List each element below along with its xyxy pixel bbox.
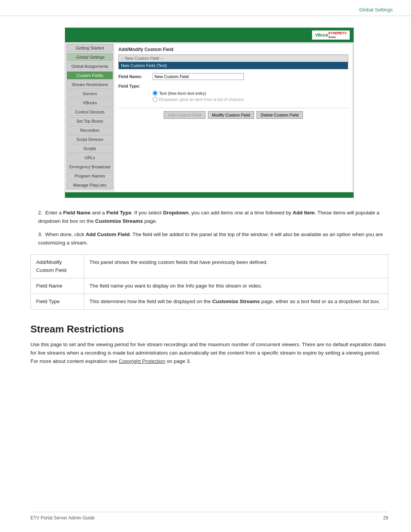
section-heading-stream-restrictions: Stream Restrictions	[30, 323, 388, 335]
table-cell-term-3: Field Type	[31, 294, 84, 310]
page-header: Global Settings	[0, 0, 411, 16]
sidebar-item-getting-started[interactable]: Getting Started	[67, 44, 113, 52]
admin-footer	[65, 192, 354, 198]
section-body-stream-restrictions: Use this page to set and the viewing per…	[30, 340, 388, 365]
field-name-input[interactable]	[153, 73, 244, 80]
table-cell-term-1: Add/ModifyCustom Field	[31, 255, 84, 278]
header-title: Global Settings	[359, 7, 393, 13]
sidebar-item-custom-fields[interactable]: Custom Fields	[67, 71, 113, 80]
main-content: VBrickETHERETVSuite Getting Started -Glo…	[0, 16, 411, 388]
field-type-label: Field Type:	[118, 84, 153, 88]
admin-body: Getting Started -Global Settings Global …	[65, 42, 354, 192]
modify-custom-field-button[interactable]: Modify Custom Field	[208, 111, 254, 119]
etv-brand: ETHERETVSuite	[328, 31, 347, 39]
list-item-3: 3. When done, click Add Custom Field. Th…	[38, 230, 388, 247]
table-cell-def-1: This panel shows the existing custom fie…	[84, 255, 388, 278]
radio-dropdown-label: Dropdown (pick an item from a list of ch…	[159, 97, 244, 102]
sidebar-item-set-top-boxes[interactable]: Set Top Boxes	[67, 117, 113, 125]
sidebar-item-global-assignments[interactable]: Global Assignments	[67, 62, 113, 70]
table-cell-term-2: Field Name	[31, 278, 84, 294]
radio-text-label: Text (free-form text entry)	[159, 91, 206, 96]
vbrick-logo: VBrickETHERETVSuite	[312, 30, 350, 40]
radio-dropdown[interactable]	[153, 97, 158, 102]
numbered-list: 2. Enter a Field Name and a Field Type. …	[38, 209, 388, 247]
table-row: Field Type This determines how the field…	[31, 294, 388, 310]
button-row: Add Custom Field Modify Custom Field Del…	[118, 108, 348, 119]
copyright-protection-link[interactable]: Copyright Protection	[119, 358, 165, 364]
item-2-number: 2.	[38, 210, 45, 216]
radio-text[interactable]	[153, 91, 158, 96]
dropdown-header: -- New Custom Field --	[119, 55, 348, 62]
screenshot-box: VBrickETHERETVSuite Getting Started -Glo…	[65, 27, 354, 198]
footer-right: 29	[383, 515, 388, 521]
sidebar-item-stream-restrictions[interactable]: Stream Restrictions	[67, 80, 113, 89]
sidebar-item-urls[interactable]: URLs	[67, 153, 113, 162]
sidebar-item-servers[interactable]: Servers	[67, 89, 113, 98]
dropdown-selected: New Custom Field (Text)	[119, 62, 348, 69]
table-cell-def-2: The field name you want to display on th…	[84, 278, 388, 294]
table-row: Field Name The field name you want to di…	[31, 278, 388, 294]
vbrick-brand: VBrick	[315, 33, 328, 37]
table-cell-def-3: This determines how the field will be di…	[84, 294, 388, 310]
sidebar-item-manage-playlists[interactable]: Manage PlayLists	[67, 181, 113, 189]
table-row: Add/ModifyCustom Field This panel shows …	[31, 255, 388, 278]
suite-label: Suite	[328, 35, 336, 39]
list-item-2: 2. Enter a Field Name and a Field Type. …	[38, 209, 388, 225]
sidebar-item-script-devices[interactable]: Script Devices	[67, 135, 113, 144]
field-name-row: Field Name:	[118, 73, 348, 80]
sidebar-item-control-devices[interactable]: Control Devices	[67, 108, 113, 116]
admin-ui: VBrickETHERETVSuite Getting Started -Glo…	[65, 28, 354, 198]
delete-custom-field-button[interactable]: Delete Custom Field	[256, 111, 303, 119]
radio-group: Text (free-form text entry) Dropdown (pi…	[153, 91, 348, 102]
add-custom-field-button[interactable]: Add Custom Field	[164, 111, 205, 119]
field-name-label: Field Name:	[118, 74, 153, 79]
admin-header: VBrickETHERETVSuite	[65, 28, 354, 42]
page-footer: ETV Portal Server Admin Guide 29	[30, 512, 388, 521]
radio-text-row: Text (free-form text entry)	[153, 91, 348, 96]
sidebar-item-emergency-broadcast[interactable]: Emergency Broadcast	[67, 163, 113, 171]
footer-left: ETV Portal Server Admin Guide	[30, 515, 95, 521]
panel-title: Add/Modify Custom Field	[118, 47, 348, 52]
field-type-row: Field Type:	[118, 84, 348, 88]
admin-main: Add/Modify Custom Field -- New Custom Fi…	[115, 44, 352, 192]
sidebar-item-scripts[interactable]: Scripts	[67, 144, 113, 153]
sidebar-item-recorders[interactable]: Recorders	[67, 126, 113, 134]
sidebar-item-program-names[interactable]: Program Names	[67, 172, 113, 180]
radio-dropdown-row: Dropdown (pick an item from a list of ch…	[153, 97, 348, 102]
sidebar-item-global-settings[interactable]: -Global Settings	[67, 53, 113, 61]
item-3-number: 3.	[38, 232, 45, 237]
info-table: Add/ModifyCustom Field This panel shows …	[30, 254, 388, 310]
sidebar-item-vbricks[interactable]: VBricks	[67, 99, 113, 107]
custom-field-dropdown[interactable]: -- New Custom Field -- New Custom Field …	[118, 54, 348, 69]
sidebar: Getting Started -Global Settings Global …	[65, 42, 115, 192]
